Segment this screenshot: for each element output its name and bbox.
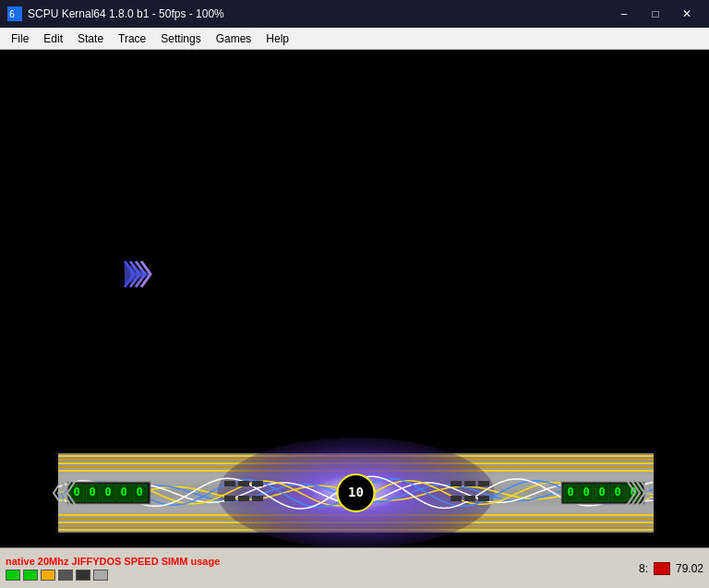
menu-games[interactable]: Games [209,28,259,49]
titlebar: 6 SCPU Kernal64 1.8.0 b1 - 50fps - 100% … [0,0,709,28]
dot-3 [41,570,55,581]
titlebar-controls: – □ ✕ [609,4,702,24]
menu-file[interactable]: File [4,28,36,49]
status-dots [6,570,220,581]
menu-edit[interactable]: Edit [36,28,70,49]
menu-settings[interactable]: Settings [153,28,208,49]
usage-value: 79.02 [676,562,703,575]
dot-4 [58,570,73,581]
titlebar-left: 6 SCPU Kernal64 1.8.0 b1 - 50fps - 100% [7,6,224,21]
red-indicator [654,562,670,575]
app-icon: 6 [7,6,22,21]
status-text: native 20Mhz JIFFYDOS SPEED SIMM usage [6,556,220,567]
dot-1 [6,570,20,581]
svg-text:6: 6 [9,9,15,19]
menubar: File Edit State Trace Settings Games Hel… [0,28,709,50]
maximize-button[interactable]: □ [641,4,670,24]
dot-6 [93,570,108,581]
drive-label: 8: [639,562,648,575]
statusbar-left: native 20Mhz JIFFYDOS SPEED SIMM usage [6,556,220,581]
close-button[interactable]: ✕ [672,4,702,24]
statusbar: native 20Mhz JIFFYDOS SPEED SIMM usage 8… [0,547,709,588]
menu-state[interactable]: State [70,28,111,49]
menu-trace[interactable]: Trace [111,28,153,49]
dot-5 [76,570,90,581]
titlebar-title: SCPU Kernal64 1.8.0 b1 - 50fps - 100% [28,7,224,20]
dot-2 [23,570,38,581]
emulator-screen [0,50,709,547]
emulator-canvas [0,50,709,547]
menu-help[interactable]: Help [258,28,296,49]
statusbar-right: 8: 79.02 [639,562,703,575]
minimize-button[interactable]: – [609,4,639,24]
